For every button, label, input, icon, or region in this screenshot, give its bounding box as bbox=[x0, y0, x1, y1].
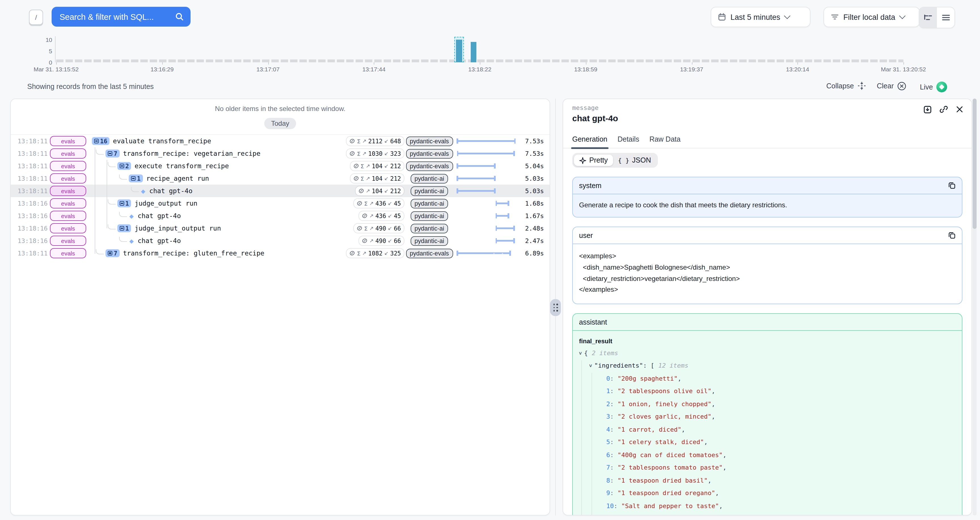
clear-button[interactable]: Clear bbox=[877, 82, 906, 90]
trace-row[interactable]: 13:18:16evals◆chat gpt-4o↗436↙45pydantic… bbox=[11, 209, 550, 222]
scope-tag-badge[interactable]: pydantic-ai bbox=[410, 174, 448, 183]
expand-count-badge[interactable]: 7 bbox=[105, 249, 120, 257]
evals-badge[interactable]: evals bbox=[50, 248, 86, 258]
scope-tag-badge[interactable]: pydantic-evals bbox=[406, 161, 453, 171]
pretty-toggle[interactable]: Pretty bbox=[574, 155, 613, 166]
collapse-count-badge[interactable]: 1 bbox=[129, 174, 143, 182]
token-usage-badge[interactable]: Σ↗1030↙323 bbox=[346, 148, 404, 159]
collapse-count-badge[interactable]: 7 bbox=[105, 149, 120, 157]
scope-tag-badge[interactable]: pydantic-ai bbox=[410, 186, 448, 196]
scrollbar-thumb[interactable] bbox=[973, 98, 977, 229]
trace-row[interactable]: 13:18:16evals◆chat gpt-4o↗490↙66pydantic… bbox=[11, 235, 550, 247]
duration-bar-cell bbox=[457, 149, 515, 158]
input-tokens: 104 bbox=[372, 175, 383, 182]
scope-tag-badge[interactable]: pydantic-evals bbox=[406, 136, 453, 146]
trace-row[interactable]: 13:18:16evals1judge_output runΣ↗436↙45py… bbox=[11, 197, 550, 209]
output-tokens: 45 bbox=[394, 212, 401, 219]
chart-bar[interactable] bbox=[471, 42, 476, 62]
search-sql-label: Search & filter with SQL... bbox=[60, 12, 154, 21]
trace-row[interactable]: 13:18:11evals◆chat gpt-4o↗104↙212pydanti… bbox=[11, 185, 550, 197]
sigma-icon: Σ bbox=[364, 225, 368, 231]
duration-bar bbox=[495, 238, 515, 243]
scope-tag-badge[interactable]: pydantic-ai bbox=[410, 198, 448, 208]
evals-badge[interactable]: evals bbox=[50, 186, 86, 196]
token-usage-badge[interactable]: Σ↗436↙45 bbox=[353, 198, 404, 208]
close-icon[interactable] bbox=[956, 105, 964, 113]
search-sql-button[interactable]: Search & filter with SQL... bbox=[52, 7, 191, 27]
evals-badge[interactable]: evals bbox=[50, 198, 86, 208]
scope-tag-badge[interactable]: pydantic-ai bbox=[410, 211, 448, 220]
collapse-count-badge[interactable]: 2 bbox=[117, 162, 131, 170]
input-tokens-arrow-icon: ↗ bbox=[362, 151, 366, 156]
token-coin-icon bbox=[350, 250, 355, 256]
copy-icon[interactable] bbox=[948, 231, 956, 239]
evals-badge[interactable]: evals bbox=[50, 148, 86, 159]
collapse-chevron-icon[interactable]: ∨ bbox=[589, 363, 593, 368]
json-list-meta: 12 items bbox=[659, 362, 689, 369]
filter-local-data-dropdown[interactable]: Filter local data bbox=[824, 7, 920, 27]
token-usage-badge[interactable]: ↗436↙45 bbox=[359, 211, 404, 221]
token-usage-badge[interactable]: Σ↗104↙212 bbox=[350, 161, 404, 171]
output-tokens-arrow-icon: ↙ bbox=[388, 225, 392, 231]
save-to-drawer-icon[interactable] bbox=[923, 105, 932, 114]
json-toggle[interactable]: { } JSON bbox=[613, 155, 656, 166]
trace-row[interactable]: 13:18:11evals7transform_recipe: gluten_f… bbox=[11, 247, 550, 260]
trace-row[interactable]: 13:18:11evals1recipe_agent runΣ↗104↙212p… bbox=[11, 172, 550, 185]
tree-elbow-connector bbox=[131, 187, 138, 192]
duration-bar-cell bbox=[457, 211, 515, 220]
scope-tag-badge[interactable]: pydantic-evals bbox=[406, 248, 453, 258]
collapse-count-badge[interactable]: 1 bbox=[117, 224, 131, 232]
span-name: chat gpt-4o bbox=[149, 187, 192, 195]
sigma-icon: Σ bbox=[357, 138, 361, 144]
copy-icon[interactable] bbox=[948, 182, 956, 189]
evals-badge[interactable]: evals bbox=[50, 211, 86, 221]
chart-bar[interactable] bbox=[456, 40, 462, 62]
list-view-toggle[interactable] bbox=[937, 7, 955, 28]
search-icon bbox=[175, 13, 184, 21]
minus-box-icon bbox=[119, 201, 124, 206]
tab-generation[interactable]: Generation bbox=[572, 135, 608, 148]
duration-text: 1.68s bbox=[518, 200, 544, 207]
collapse-button[interactable]: Collapse bbox=[826, 82, 866, 90]
evals-badge[interactable]: evals bbox=[50, 223, 86, 233]
tab-details[interactable]: Details bbox=[617, 135, 639, 148]
scope-tag-badge[interactable]: pydantic-evals bbox=[406, 149, 453, 159]
duration-bar-cell bbox=[457, 224, 515, 233]
json-index: 2 bbox=[606, 401, 610, 408]
x-tick-label: 13:19:37 bbox=[680, 66, 703, 73]
evals-badge[interactable]: evals bbox=[50, 236, 86, 246]
x-tick bbox=[56, 62, 57, 65]
evals-badge[interactable]: evals bbox=[50, 136, 86, 146]
duration-text: 5.03s bbox=[518, 187, 544, 195]
trace-row[interactable]: 13:18:11evals7transform_recipe: vegetari… bbox=[11, 147, 550, 160]
user-role-label: user bbox=[579, 231, 593, 239]
evals-badge[interactable]: evals bbox=[50, 161, 86, 171]
token-usage-badge[interactable]: Σ↗2112↙648 bbox=[346, 136, 404, 146]
tag-cell: pydantic-evals bbox=[407, 136, 452, 146]
token-coin-icon bbox=[353, 176, 359, 181]
scope-tag-badge[interactable]: pydantic-ai bbox=[410, 224, 448, 233]
input-tokens-arrow-icon: ↗ bbox=[369, 213, 374, 219]
duration-bar-cell bbox=[457, 249, 515, 258]
panel-resize-handle[interactable] bbox=[550, 299, 561, 316]
time-range-dropdown[interactable]: Last 5 minutes bbox=[711, 7, 810, 27]
braces-icon: { } bbox=[618, 157, 629, 164]
trace-row[interactable]: 13:18:16evals1judge_input_output runΣ↗49… bbox=[11, 222, 550, 235]
token-usage-badge[interactable]: Σ↗1082↙325 bbox=[346, 248, 404, 258]
collapse-chevron-icon[interactable]: ∨ bbox=[579, 350, 582, 356]
token-usage-badge[interactable]: Σ↗104↙212 bbox=[350, 173, 404, 184]
token-usage-badge[interactable]: Σ↗490↙66 bbox=[353, 223, 404, 233]
token-coin-icon bbox=[357, 201, 363, 206]
tab-raw-data[interactable]: Raw Data bbox=[649, 135, 681, 148]
copy-link-icon[interactable] bbox=[939, 105, 948, 114]
trace-row[interactable]: 13:18:11evals2execute transform_recipeΣ↗… bbox=[11, 160, 550, 172]
tree-view-toggle[interactable] bbox=[919, 7, 937, 28]
scope-tag-badge[interactable]: pydantic-ai bbox=[410, 236, 448, 246]
token-usage-badge[interactable]: ↗490↙66 bbox=[359, 236, 404, 246]
collapse-count-badge[interactable]: 16 bbox=[92, 137, 110, 145]
collapse-count-badge[interactable]: 1 bbox=[117, 200, 131, 207]
trace-row[interactable]: 13:18:11evals16evaluate transform_recipe… bbox=[11, 135, 550, 147]
evals-badge[interactable]: evals bbox=[50, 173, 86, 184]
live-toggle[interactable]: Live bbox=[920, 82, 947, 92]
token-usage-badge[interactable]: ↗104↙212 bbox=[355, 186, 404, 196]
